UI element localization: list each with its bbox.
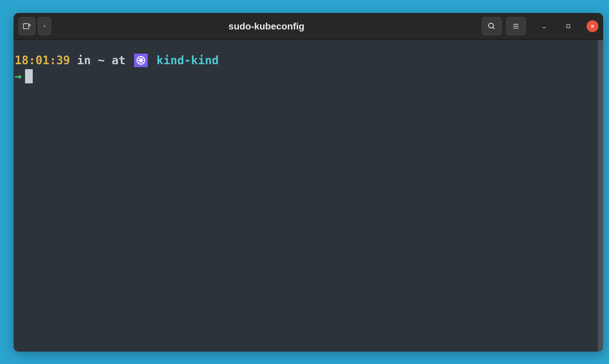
new-tab-button[interactable] bbox=[18, 17, 35, 35]
kubernetes-icon bbox=[134, 54, 148, 67]
window-titlebar: sudo-kubeconfig bbox=[14, 13, 603, 40]
chevron-down-icon bbox=[42, 24, 47, 29]
prompt-timestamp: 18:01:39 bbox=[15, 54, 70, 67]
maximize-icon bbox=[566, 24, 571, 29]
terminal-cursor bbox=[25, 69, 33, 83]
search-button[interactable] bbox=[482, 17, 502, 35]
svg-rect-0 bbox=[24, 24, 29, 29]
close-button[interactable] bbox=[587, 20, 598, 32]
prompt-kube-context: kind-kind bbox=[157, 54, 219, 67]
terminal-content[interactable]: 18:01:39 in ~ at kind-kind→ bbox=[14, 40, 598, 352]
svg-line-4 bbox=[493, 27, 495, 29]
terminal-body[interactable]: 18:01:39 in ~ at kind-kind→ bbox=[14, 40, 603, 352]
hamburger-menu-icon bbox=[512, 22, 520, 30]
prompt-at-word: at bbox=[112, 54, 126, 67]
svg-point-3 bbox=[489, 23, 493, 28]
minimize-icon bbox=[541, 23, 547, 29]
window-title: sudo-kubeconfig bbox=[51, 21, 482, 32]
prompt-line-1: 18:01:39 in ~ at kind-kind bbox=[15, 53, 597, 69]
maximize-button[interactable] bbox=[562, 20, 574, 32]
terminal-scrollbar[interactable] bbox=[598, 40, 603, 352]
prompt-arrow: → bbox=[15, 69, 22, 84]
titlebar-left-controls bbox=[18, 17, 51, 35]
svg-rect-9 bbox=[567, 25, 570, 28]
terminal-window: sudo-kubeconfig bbox=[14, 13, 603, 352]
prompt-path: ~ bbox=[98, 54, 105, 67]
prompt-in-word: in bbox=[77, 54, 91, 67]
hamburger-menu-button[interactable] bbox=[506, 17, 526, 35]
prompt-line-2: → bbox=[15, 69, 597, 84]
close-icon bbox=[590, 24, 595, 29]
new-tab-icon bbox=[22, 22, 31, 31]
minimize-button[interactable] bbox=[538, 20, 550, 32]
search-icon bbox=[488, 22, 496, 30]
tab-dropdown-button[interactable] bbox=[38, 17, 51, 35]
titlebar-right-controls bbox=[482, 17, 598, 35]
